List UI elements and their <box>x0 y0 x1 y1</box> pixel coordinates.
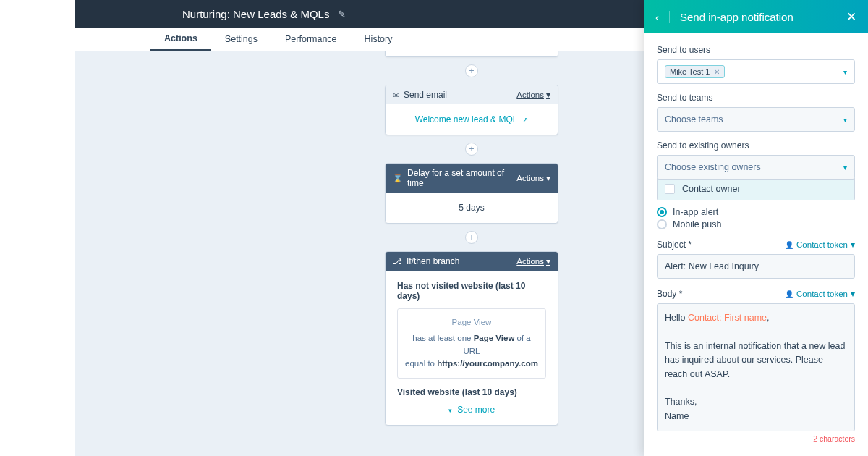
radio-mobile-push[interactable]: Mobile push <box>657 219 855 229</box>
pencil-icon[interactable]: ✎ <box>338 9 346 20</box>
plus-icon[interactable]: + <box>465 64 478 77</box>
see-more-button[interactable]: ▾ See more <box>397 405 546 415</box>
connector <box>472 156 472 163</box>
card-body: 5 days <box>386 193 558 223</box>
character-count: 2 characters <box>657 434 855 443</box>
radio-icon <box>657 207 667 217</box>
users-select[interactable]: Mike Test 1 ✕ ▾ <box>657 59 855 84</box>
filter-line-2: equal to https://yourcompany.com <box>405 358 538 371</box>
plus-icon[interactable]: + <box>465 231 478 244</box>
token-first-name: Contact: First name <box>688 313 767 323</box>
card-header: ✉ Send email Actions ▾ <box>386 85 558 104</box>
card-body: Has not visited website (last 10 days) P… <box>386 271 558 425</box>
contact-token-button[interactable]: 👤 Contact token ▾ <box>785 289 855 299</box>
person-icon: 👤 <box>785 241 793 249</box>
email-link[interactable]: Welcome new lead & MQL ↗ <box>415 114 529 124</box>
branch-icon: ⎇ <box>393 257 402 266</box>
card-header: ⌛ Delay for a set amount of time Actions… <box>386 164 558 193</box>
body-textarea[interactable]: Hello Contact: First name, This is an in… <box>657 303 855 431</box>
connector <box>472 426 472 440</box>
card-actions-menu[interactable]: Actions ▾ <box>516 90 550 100</box>
connector <box>472 224 472 231</box>
users-label: Send to users <box>657 45 855 55</box>
branch-card[interactable]: ⎇ If/then branch Actions ▾ Has not visit… <box>385 251 558 426</box>
owners-option-contact-owner[interactable]: Contact owner <box>658 178 854 200</box>
teams-select[interactable]: Choose teams ▾ <box>657 107 855 132</box>
card-title: Send email <box>404 90 447 100</box>
owners-dropdown: Contact owner <box>657 178 855 200</box>
external-link-icon: ↗ <box>522 116 528 124</box>
page-gutter-left <box>0 0 75 456</box>
radio-icon <box>657 219 667 229</box>
teams-label: Send to teams <box>657 93 855 103</box>
previous-card-edge <box>385 51 558 57</box>
caret-down-icon: ▾ <box>843 68 847 76</box>
tab-settings[interactable]: Settings <box>211 28 271 51</box>
back-icon[interactable]: ‹ <box>655 11 670 23</box>
subject-input[interactable]: Alert: New Lead Inquiry <box>657 254 855 279</box>
envelope-icon: ✉ <box>393 90 399 100</box>
connector <box>472 244 472 251</box>
panel-body: Send to users Mike Test 1 ✕ ▾ Send to te… <box>644 33 868 456</box>
connector <box>472 77 472 85</box>
user-chip: Mike Test 1 ✕ <box>665 65 725 78</box>
filter-box: Page View has at least one Page View of … <box>397 308 546 379</box>
tab-history[interactable]: History <box>351 28 407 51</box>
card-actions-menu[interactable]: Actions ▾ <box>516 256 550 266</box>
branch-2-title: Visited website (last 10 days) <box>397 387 546 397</box>
hourglass-icon: ⌛ <box>393 174 403 183</box>
chip-remove-icon[interactable]: ✕ <box>714 68 720 76</box>
radio-in-app[interactable]: In-app alert <box>657 207 855 217</box>
card-header: ⎇ If/then branch Actions ▾ <box>386 252 558 271</box>
contact-token-button[interactable]: 👤 Contact token ▾ <box>785 240 855 250</box>
plus-icon[interactable]: + <box>465 143 478 156</box>
caret-down-icon: ▾ <box>843 116 847 124</box>
filter-heading: Page View <box>405 316 538 329</box>
tab-performance[interactable]: Performance <box>271 28 351 51</box>
card-title: Delay for a set amount of time <box>407 168 516 188</box>
chevron-down-icon: ▾ <box>448 407 452 414</box>
body-label: Body * <box>657 289 682 299</box>
card-body: Welcome new lead & MQL ↗ <box>386 104 558 135</box>
workflow-flow: + ✉ Send email Actions ▾ Welcome new lea… <box>385 51 558 440</box>
owners-select[interactable]: Choose existing owners ▾ <box>657 155 855 180</box>
caret-down-icon: ▾ <box>546 90 550 100</box>
caret-down-icon: ▾ <box>546 256 550 266</box>
connector <box>472 57 472 64</box>
close-icon[interactable]: ✕ <box>846 9 856 25</box>
caret-down-icon: ▾ <box>546 173 550 183</box>
caret-down-icon: ▾ <box>843 164 847 172</box>
card-title: If/then branch <box>407 256 459 266</box>
panel-header: ‹ Send in-app notification ✕ <box>644 0 868 33</box>
branch-1-title: Has not visited website (last 10 days) <box>397 281 546 301</box>
connector <box>472 135 472 143</box>
filter-line-1: has at least one Page View of a URL <box>405 332 538 358</box>
card-actions-menu[interactable]: Actions ▾ <box>516 173 550 183</box>
panel-title: Send in-app notification <box>680 11 846 23</box>
workflow-title: Nurturing: New Leads & MQLs <box>182 8 329 20</box>
caret-down-icon: ▾ <box>851 289 855 299</box>
send-email-card[interactable]: ✉ Send email Actions ▾ Welcome new lead … <box>385 85 558 135</box>
caret-down-icon: ▾ <box>851 240 855 250</box>
owners-label: Send to existing owners <box>657 140 855 151</box>
side-panel: ‹ Send in-app notification ✕ Send to use… <box>644 0 868 456</box>
checkbox-icon[interactable] <box>665 184 675 194</box>
delay-card[interactable]: ⌛ Delay for a set amount of time Actions… <box>385 163 558 224</box>
tab-actions[interactable]: Actions <box>150 28 211 51</box>
subject-label: Subject * <box>657 240 692 250</box>
person-icon: 👤 <box>785 290 793 298</box>
